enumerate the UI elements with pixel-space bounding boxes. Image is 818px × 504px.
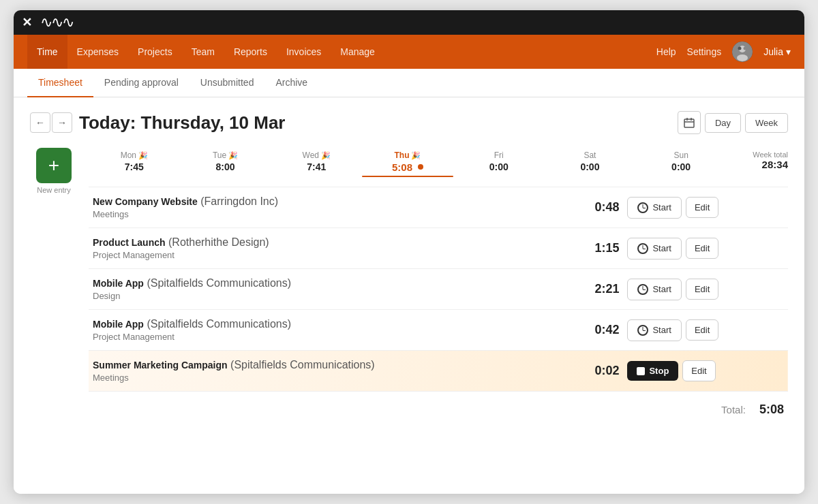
current-date: Today: Thursday, 10 Mar	[79, 112, 285, 133]
entry-actions: Start Edit	[623, 187, 788, 228]
stop-button[interactable]: Stop	[627, 361, 678, 381]
entry-project-info: Mobile App (Spitalfields Communications)…	[89, 269, 569, 310]
day-sun: Sun 0:00	[635, 148, 727, 180]
settings-link[interactable]: Settings	[687, 46, 722, 57]
total-row: Total: 5:08	[89, 391, 788, 420]
entry-duration: 0:48	[569, 187, 624, 228]
entry-project-info: Mobile App (Spitalfields Communications)…	[89, 310, 569, 351]
tab-unsubmitted[interactable]: Unsubmitted	[190, 69, 265, 97]
timer-indicator	[418, 164, 423, 170]
close-button[interactable]: ✕	[22, 15, 32, 30]
new-entry-sidebar: + New entry	[30, 148, 78, 420]
tab-archive[interactable]: Archive	[264, 69, 318, 97]
avatar	[732, 42, 753, 62]
day-fri: Fri 0:00	[453, 148, 545, 180]
nav-item-team[interactable]: Team	[182, 35, 224, 69]
stop-icon	[637, 367, 645, 375]
day-wed: Wed 🎉 7:41	[271, 148, 362, 180]
app-logo: ∿∿∿	[40, 14, 73, 31]
main-content: ← → Today: Thursday, 10 Mar Day	[14, 97, 804, 494]
entry-duration: 0:42	[569, 310, 624, 351]
day-tue: Tue 🎉 8:00	[180, 148, 271, 180]
edit-button[interactable]: Edit	[686, 319, 718, 341]
nav-item-time[interactable]: Time	[27, 35, 67, 69]
nav-item-projects[interactable]: Projects	[128, 35, 182, 69]
start-button[interactable]: Start	[627, 319, 681, 341]
entry-actions: Start Edit	[623, 310, 788, 351]
entry-project-info: New Company Website (Farringdon Inc) Mee…	[89, 187, 569, 228]
edit-button[interactable]: Edit	[686, 279, 718, 300]
nav-item-manage[interactable]: Manage	[331, 35, 384, 69]
new-entry-button[interactable]: +	[36, 148, 72, 183]
edit-button[interactable]: Edit	[686, 238, 718, 259]
clock-icon	[637, 202, 648, 213]
entry-actions: Start Edit	[623, 228, 788, 269]
content-area: + New entry Mon 🎉 7:45	[30, 148, 788, 420]
days-header: Mon 🎉 7:45 Tue 🎉 8:00	[89, 148, 788, 180]
next-week-button[interactable]: →	[52, 112, 72, 133]
top-navigation: Time Expenses Projects Team Reports Invo…	[14, 35, 804, 69]
svg-rect-5	[684, 119, 694, 127]
day-view-button[interactable]: Day	[705, 113, 741, 133]
clock-icon	[637, 325, 648, 336]
entry-duration: 0:02	[569, 351, 624, 392]
tab-timesheet[interactable]: Timesheet	[27, 69, 93, 97]
week-total: Week total 28:34	[727, 148, 788, 180]
entry-actions: Stop Edit	[623, 351, 788, 392]
start-button[interactable]: Start	[627, 197, 681, 219]
new-entry-label: New entry	[37, 186, 71, 194]
total-value: 5:08	[759, 403, 784, 417]
entries-table: New Company Website (Farringdon Inc) Mee…	[89, 187, 788, 391]
nav-item-expenses[interactable]: Expenses	[67, 35, 128, 69]
sub-tabs: Timesheet Pending approval Unsubmitted A…	[14, 69, 804, 97]
day-mon: Mon 🎉 7:45	[89, 148, 180, 180]
table-row: Mobile App (Spitalfields Communications)…	[89, 310, 788, 351]
user-menu[interactable]: Julia ▾	[763, 46, 791, 57]
prev-week-button[interactable]: ←	[30, 112, 50, 133]
titlebar: ✕ ∿∿∿	[14, 10, 804, 35]
edit-button[interactable]: Edit	[682, 360, 715, 381]
calendar-button[interactable]	[678, 111, 701, 134]
day-sat: Sat 0:00	[545, 148, 636, 180]
tab-pending-approval[interactable]: Pending approval	[93, 69, 190, 97]
svg-point-4	[744, 47, 747, 50]
table-row: Mobile App (Spitalfields Communications)…	[89, 269, 788, 310]
edit-button[interactable]: Edit	[686, 197, 718, 218]
entry-duration: 2:21	[569, 269, 624, 310]
start-button[interactable]: Start	[627, 238, 681, 259]
table-row: New Company Website (Farringdon Inc) Mee…	[89, 187, 788, 228]
nav-item-reports[interactable]: Reports	[224, 35, 277, 69]
table-row-running: Summer Marketing Campaign (Spitalfields …	[89, 351, 788, 392]
nav-items: Time Expenses Projects Team Reports Invo…	[27, 35, 656, 69]
entry-duration: 1:15	[569, 228, 624, 269]
entry-project-info: Summer Marketing Campaign (Spitalfields …	[89, 351, 569, 392]
svg-point-3	[738, 47, 742, 50]
clock-icon	[637, 243, 648, 254]
date-navigation: ← → Today: Thursday, 10 Mar Day	[30, 111, 788, 134]
start-button[interactable]: Start	[627, 279, 681, 300]
day-thu: Thu 🎉 5:08	[362, 148, 453, 180]
entry-actions: Start Edit	[623, 269, 788, 310]
nav-item-invoices[interactable]: Invoices	[277, 35, 331, 69]
table-row: Product Launch (Rotherhithe Design) Proj…	[89, 228, 788, 269]
entry-project-info: Product Launch (Rotherhithe Design) Proj…	[89, 228, 569, 269]
nav-right: Help Settings Julia ▾	[656, 42, 791, 62]
entries-area: Mon 🎉 7:45 Tue 🎉 8:00	[89, 148, 788, 420]
week-view-button[interactable]: Week	[745, 113, 788, 133]
help-link[interactable]: Help	[656, 46, 676, 57]
svg-point-2	[737, 54, 748, 61]
total-label: Total:	[721, 404, 746, 415]
clock-icon	[637, 284, 648, 295]
